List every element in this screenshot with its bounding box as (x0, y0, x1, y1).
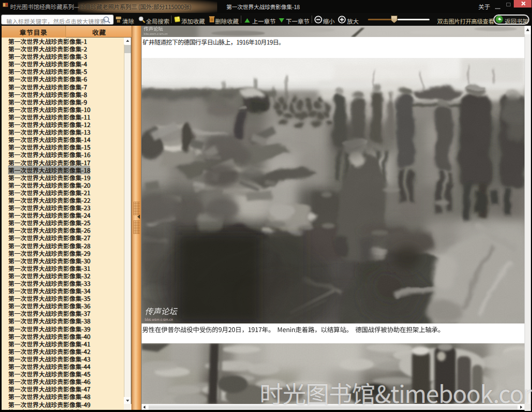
svg-text:bbs.wsm.c-sm.cn: bbs.wsm.c-sm.cn (145, 317, 173, 322)
svg-text:传声论坛: 传声论坛 (145, 305, 178, 317)
svg-text:bbs.wsm.c-sm.cn: bbs.wsm.c-sm.cn (144, 32, 168, 36)
